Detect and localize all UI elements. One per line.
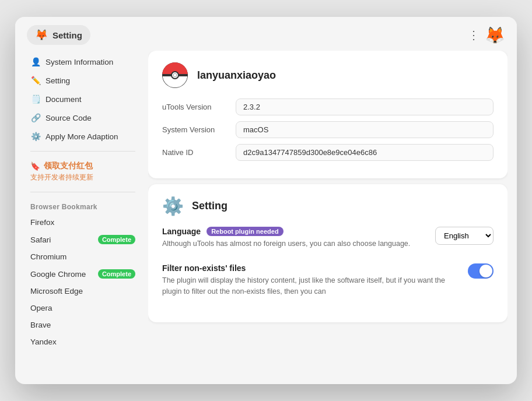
safari-badge: Complete [98,235,135,244]
sidebar-label-source-code: Source Code [46,114,92,122]
sidebar-label-apply-more: Apply More Adaption [46,132,118,141]
fox-avatar-icon: 🦊 [485,26,505,45]
person-icon: 👤 [30,57,41,66]
pokeball-avatar [162,62,188,88]
browser-item-chromium[interactable]: Chromium [24,249,141,265]
browser-item-safari[interactable]: Safari Complete [24,231,141,248]
sidebar-item-apply-more[interactable]: ⚙️ Apply More Adaption [24,128,141,145]
main-window: 🦊 Setting ⋮ 🦊 👤 System Information ✏️ Se… [15,17,517,384]
browser-label-microsoft-edge: Microsoft Edge [30,287,83,296]
profile-card: lanyuanxiaoyao uTools Version 2.3.2 Syst… [148,51,508,178]
reboot-badge: Reboot plugin needed [206,227,284,236]
sidebar-item-system-information[interactable]: 👤 System Information [24,53,141,71]
browser-item-yandex[interactable]: Yandex [24,334,141,350]
sidebar: 👤 System Information ✏️ Setting 🗒️ Docum… [24,51,141,375]
chrome-badge: Complete [98,269,135,279]
label-native-id: Native ID [162,148,226,157]
sidebar-divider [30,151,135,152]
profile-section: lanyuanxiaoyao [162,62,494,88]
promo-subtitle: 支持开发者持续更新 [30,173,135,182]
setting-card-title: Setting [192,200,228,212]
value-native-id: d2c9a1347747859d300e8e9ce04e6c86 [236,144,494,161]
setting-card-header: ⚙️ Setting [162,196,494,216]
browser-label-opera: Opera [30,304,52,312]
filter-row-inline: Filter non-exists' files The plugin will… [162,263,494,302]
label-system-version: System Version [162,125,226,134]
titlebar-logo-area: 🦊 Setting [27,25,90,45]
more-options-icon[interactable]: ⋮ [468,28,479,42]
browser-item-firefox[interactable]: Firefox [24,214,141,230]
language-row-header: Language Reboot plugin needed [162,227,426,236]
label-utools-version: uTools Version [162,103,226,111]
link-icon: 🔗 [30,113,41,122]
browser-item-brave[interactable]: Brave [24,317,141,333]
browser-item-google-chrome[interactable]: Google Chrome Complete [24,266,141,282]
language-setting-row: Language Reboot plugin needed Although u… [162,227,494,254]
info-row-native-id: Native ID d2c9a1347747859d300e8e9ce04e6c… [162,144,494,161]
window-title: Setting [52,30,82,40]
browser-label-safari: Safari [30,235,51,244]
browser-label-brave: Brave [30,321,51,329]
value-utools-version: 2.3.2 [236,99,494,115]
info-row-system: System Version macOS [162,121,494,138]
language-description: Although uTools has almost no foreign us… [162,238,426,249]
filter-description: The plugin will display the history cont… [162,275,459,297]
sidebar-item-setting[interactable]: ✏️ Setting [24,72,141,89]
main-panel: lanyuanxiaoyao uTools Version 2.3.2 Syst… [148,51,508,375]
browser-label-yandex: Yandex [30,337,57,346]
setting-card: ⚙️ Setting Language Reboot plugin needed [148,184,508,322]
browser-item-opera[interactable]: Opera [24,300,141,316]
titlebar: 🦊 Setting ⋮ 🦊 [15,17,517,51]
browser-label-firefox: Firefox [30,218,54,227]
document-icon: 🗒️ [30,94,41,104]
filter-text-block: Filter non-exists' files The plugin will… [162,263,459,302]
browser-section-header: Browser Bookmark [24,198,141,213]
sidebar-item-source-code[interactable]: 🔗 Source Code [24,109,141,126]
fox-icon: 🦊 [35,29,48,41]
sidebar-label-setting: Setting [46,76,70,85]
filter-label: Filter non-exists' files [162,263,246,273]
bookmark-icon: 🔖 [30,161,40,171]
filter-setting-row: Filter non-exists' files The plugin will… [162,263,494,302]
pencil-icon: ✏️ [30,76,41,85]
promo-box[interactable]: 🔖 领取支付红包 支持开发者持续更新 [24,157,141,186]
browser-item-microsoft-edge[interactable]: Microsoft Edge [24,283,141,299]
svg-point-3 [173,73,177,77]
titlebar-right: ⋮ 🦊 [468,26,505,45]
value-system-version: macOS [236,121,494,138]
main-scroll: lanyuanxiaoyao uTools Version 2.3.2 Syst… [148,51,508,375]
language-row-inline: Language Reboot plugin needed Although u… [162,227,494,254]
info-row-version: uTools Version 2.3.2 [162,99,494,115]
sidebar-label-document: Document [46,95,82,104]
filter-toggle[interactable] [468,263,494,279]
sidebar-divider-2 [30,192,135,192]
browser-label-chromium: Chromium [30,252,66,261]
profile-username: lanyuanxiaoyao [197,69,276,82]
language-label: Language [162,227,201,236]
language-text-block: Language Reboot plugin needed Although u… [162,227,426,254]
language-select[interactable]: English 中文 [435,227,494,245]
sidebar-label-system-information: System Information [46,58,113,66]
content-area: 👤 System Information ✏️ Setting 🗒️ Docum… [15,51,517,384]
filter-row-header: Filter non-exists' files [162,263,459,273]
promo-title: 🔖 领取支付红包 [30,161,135,171]
browser-label-google-chrome: Google Chrome [30,270,86,279]
gear-small-icon: ⚙️ [30,132,41,141]
gear-big-icon: ⚙️ [162,196,184,216]
sidebar-item-document[interactable]: 🗒️ Document [24,90,141,108]
